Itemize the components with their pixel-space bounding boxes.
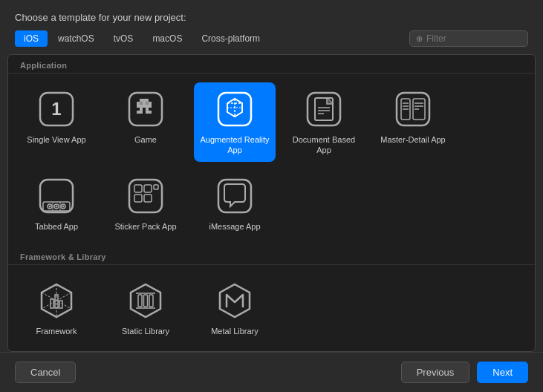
svg-rect-16: [140, 108, 143, 111]
svg-rect-61: [51, 299, 53, 308]
application-grid: 1 Single View App: [8, 74, 535, 246]
game-icon: [125, 88, 166, 130]
svg-marker-64: [131, 284, 160, 317]
svg-rect-10: [149, 102, 152, 105]
template-tabbed-app[interactable]: Tabbed App: [16, 169, 97, 238]
svg-rect-55: [154, 185, 158, 189]
filter-icon: ⊕: [416, 34, 423, 44]
tab-ios[interactable]: iOS: [15, 30, 48, 47]
template-framework[interactable]: Framework: [16, 274, 97, 342]
tab-bar: iOS watchOS tvOS macOS Cross-platform ⊕: [0, 30, 543, 54]
framework-icon: [36, 280, 77, 321]
imessage-icon: [214, 175, 256, 217]
tab-macos[interactable]: macOS: [143, 30, 191, 47]
template-imessage-app[interactable]: iMessage App: [194, 169, 276, 238]
svg-marker-70: [220, 284, 250, 317]
metal-library-icon: [214, 280, 256, 321]
framework-label: Framework: [36, 326, 77, 336]
svg-rect-22: [218, 93, 251, 125]
master-detail-icon: [392, 88, 434, 130]
svg-rect-19: [140, 111, 143, 114]
template-metal-library[interactable]: Metal Library: [194, 274, 276, 342]
svg-point-48: [56, 205, 58, 207]
template-single-view-app[interactable]: 1 Single View App: [16, 82, 97, 162]
svg-rect-7: [140, 102, 143, 105]
svg-rect-53: [134, 195, 142, 202]
document-icon: [303, 88, 345, 130]
svg-rect-5: [146, 99, 149, 102]
section-header-framework-library: Framework & Library: [8, 246, 535, 265]
svg-rect-66: [144, 295, 148, 307]
svg-rect-67: [149, 295, 153, 307]
svg-text:1: 1: [51, 99, 61, 119]
document-based-app-label: Document Based App: [289, 134, 359, 156]
svg-rect-52: [144, 185, 152, 192]
dialog-header: Choose a template for your new project:: [0, 0, 543, 30]
ar-label: Augmented Reality App: [200, 134, 270, 156]
svg-rect-9: [146, 102, 149, 105]
svg-rect-8: [143, 102, 146, 105]
svg-rect-17: [146, 108, 149, 111]
template-master-detail-app[interactable]: Master-Detail App: [372, 82, 454, 162]
imessage-app-label: iMessage App: [209, 221, 260, 232]
template-augmented-reality-app[interactable]: Augmented Reality App: [194, 82, 276, 162]
template-game[interactable]: Game: [105, 82, 186, 162]
filter-input[interactable]: [426, 33, 521, 44]
svg-point-47: [49, 205, 51, 207]
sticker-pack-app-label: Sticker Pack App: [114, 221, 176, 232]
svg-rect-20: [146, 111, 149, 114]
cancel-button[interactable]: Cancel: [15, 362, 76, 383]
svg-rect-65: [138, 295, 142, 307]
section-header-application: Application: [8, 55, 535, 74]
template-sticker-pack-app[interactable]: Sticker Pack App: [105, 169, 186, 238]
svg-rect-13: [143, 105, 146, 108]
svg-rect-54: [144, 195, 152, 202]
filter-box[interactable]: ⊕: [409, 30, 528, 47]
ar-icon: [214, 88, 256, 130]
single-view-app-icon: 1: [36, 88, 77, 130]
tab-watchos[interactable]: watchOS: [49, 30, 103, 47]
master-detail-app-label: Master-Detail App: [380, 134, 445, 145]
previous-button[interactable]: Previous: [401, 362, 470, 383]
sticker-pack-icon: [125, 175, 166, 217]
static-library-label: Static Library: [122, 326, 169, 336]
static-library-icon: [125, 280, 166, 321]
svg-rect-21: [149, 111, 152, 114]
game-label: Game: [134, 134, 157, 145]
template-static-library[interactable]: Static Library: [105, 274, 186, 342]
single-view-app-label: Single View App: [27, 134, 85, 145]
svg-rect-6: [137, 102, 140, 105]
svg-rect-12: [140, 105, 143, 108]
svg-rect-15: [149, 105, 152, 108]
footer: Cancel Previous Next: [0, 352, 543, 392]
svg-rect-18: [137, 111, 140, 114]
metal-library-label: Metal Library: [211, 326, 259, 336]
tabbed-icon: [36, 175, 77, 217]
tabbed-app-label: Tabbed App: [35, 221, 78, 232]
content-area: Application 1 Single View App: [7, 54, 536, 352]
svg-rect-63: [59, 301, 62, 308]
svg-point-49: [62, 205, 65, 207]
svg-rect-3: [140, 99, 143, 102]
svg-rect-51: [134, 185, 142, 192]
framework-library-grid: Framework Static Library: [8, 265, 535, 351]
svg-rect-14: [146, 105, 149, 108]
svg-rect-11: [137, 105, 140, 108]
footer-right: Previous Next: [401, 362, 528, 383]
tab-crossplatform[interactable]: Cross-platform: [192, 30, 269, 47]
template-document-based-app[interactable]: Document Based App: [283, 82, 365, 162]
tab-tvos[interactable]: tvOS: [105, 30, 143, 47]
svg-rect-4: [143, 99, 146, 102]
next-button[interactable]: Next: [477, 362, 528, 383]
